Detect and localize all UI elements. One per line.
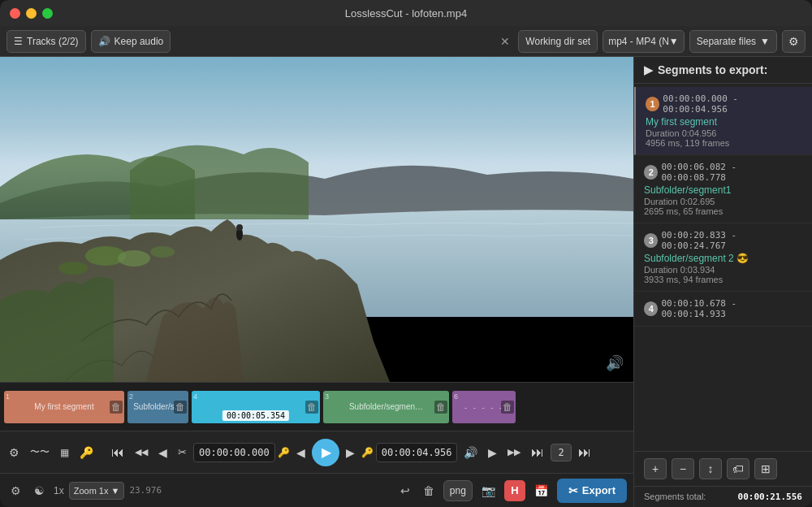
speaker-icon: 🔊	[98, 36, 110, 47]
tag-segment-button[interactable]: 🏷	[727, 458, 749, 479]
format-select[interactable]: mp4 - MP4 (N▼	[603, 30, 685, 53]
settings-button[interactable]: ⚙	[782, 30, 806, 53]
segment-counter: 2	[551, 444, 571, 462]
timeline-segment-1[interactable]: 1 My first segment 🗑	[4, 391, 124, 423]
timeline-wrapper: 1 My first segment 🗑 2 Subfolder/s… 🗑 4 …	[0, 383, 633, 431]
scissors-export-icon: ✂	[568, 484, 578, 497]
segment-name-2: Subfolder/segment1	[644, 184, 802, 196]
timeline-segment-2[interactable]: 2 Subfolder/s… 🗑	[127, 391, 188, 423]
skip-to-start-button[interactable]: ⏮	[107, 442, 128, 463]
delete-segment-4-button[interactable]: 🗑	[305, 401, 318, 414]
timeline-segment-3[interactable]: 3 Subfolder/segmen… 🗑	[323, 391, 449, 423]
zoom-label: Zoom 1x	[74, 486, 109, 496]
segments-list: 1 00:00:00.000 - 00:00:04.956 My first s…	[634, 84, 812, 451]
helium-logo-button[interactable]: H	[504, 480, 525, 501]
delete-segment-1-button[interactable]: 🗑	[110, 401, 123, 414]
seg-number-label-6: 6	[454, 392, 458, 401]
fps-display: 23.976	[129, 485, 162, 496]
delete-segment-2-button[interactable]: 🗑	[174, 401, 187, 414]
segment-item-1[interactable]: 1 00:00:00.000 - 00:00:04.956 My first s…	[634, 87, 812, 155]
delete-segment-3-button[interactable]: 🗑	[434, 401, 447, 414]
export-label: Export	[582, 484, 615, 496]
segments-total-time: 00:00:21.556	[738, 492, 802, 502]
window-title: LosslessCut - lofoten.mp4	[345, 7, 467, 20]
skip-right-button[interactable]: ⏭	[574, 442, 595, 463]
yin-yang-button[interactable]: ☯	[30, 482, 49, 500]
zoom-select[interactable]: Zoom 1x ▼	[69, 482, 125, 500]
seg-number-label-1: 1	[6, 392, 10, 401]
zoom-arrow-icon: ▼	[110, 486, 119, 496]
step-back-button[interactable]: ◀	[154, 443, 171, 462]
play-button[interactable]: ▶	[312, 439, 339, 466]
seek-back-button[interactable]: ◀	[292, 443, 309, 462]
svg-point-2	[58, 262, 88, 275]
maximize-button[interactable]	[42, 8, 53, 19]
hamburger-icon: ☰	[14, 36, 23, 47]
window-controls	[10, 8, 53, 19]
minimize-button[interactable]	[26, 8, 37, 19]
waveform-button[interactable]: 〜〜	[26, 442, 54, 462]
main-content-area: 🔊 🔊 1 My first segment 🗑 2	[0, 57, 812, 507]
timeline-area: 1 My first segment 🗑 2 Subfolder/s… 🗑 4 …	[0, 382, 633, 431]
svg-point-3	[118, 250, 150, 266]
separate-files-label: Separate files	[697, 36, 756, 47]
segment-number-4: 4	[644, 301, 658, 316]
segment-name-1: My first segment	[646, 116, 802, 128]
skip-to-end-button[interactable]: ⏭	[527, 442, 548, 463]
bottom-settings-button[interactable]: ⚙	[6, 482, 25, 500]
prev-keyframe-button[interactable]: ◀◀	[131, 444, 152, 461]
seg-number-label-4: 4	[193, 392, 197, 401]
segment-timecode-2: 00:00:06.082 - 00:00:08.778	[661, 162, 802, 183]
screenshot-button[interactable]: 📷	[477, 482, 499, 500]
segment-number-2: 2	[644, 165, 658, 180]
tracks-button[interactable]: ☰ Tracks (2/2)	[6, 30, 86, 53]
cut-left-button[interactable]: ✂	[174, 443, 191, 462]
delete-segment-6-button[interactable]: 🗑	[501, 401, 514, 414]
segment-number-3: 3	[644, 233, 658, 248]
key-color-button[interactable]: 🔑	[76, 443, 97, 462]
calendar-button[interactable]: 📅	[530, 482, 552, 500]
close-button[interactable]	[10, 8, 20, 19]
segment-frames-2: 2695 ms, 65 frames	[644, 206, 802, 216]
split-segments-button[interactable]: ⊞	[754, 458, 777, 479]
step-forward-button[interactable]: ▶	[484, 443, 501, 462]
segments-toolbar: + − ↕ 🏷 ⊞	[634, 451, 812, 486]
seek-forward-button[interactable]: ▶	[342, 443, 359, 462]
segment-timecode-1: 00:00:00.000 - 00:00:04.956	[663, 93, 802, 115]
remove-segment-button[interactable]: −	[672, 458, 694, 479]
segments-total: Segments total: 00:00:21.556	[634, 486, 812, 507]
add-segment-button[interactable]: +	[644, 458, 667, 479]
next-keyframe-button[interactable]: ▶▶	[503, 444, 525, 461]
delete-button[interactable]: 🗑	[419, 482, 438, 500]
settings-ctrl-button[interactable]: ⚙	[5, 443, 24, 462]
separate-files-select[interactable]: Separate files ▼	[689, 30, 777, 53]
segment-item-2[interactable]: 2 00:00:06.082 - 00:00:08.778 Subfolder/…	[634, 155, 812, 223]
format-badge[interactable]: png	[443, 480, 473, 501]
chevron-right-icon: ▶	[644, 63, 653, 76]
audio-button[interactable]: 🔊 Keep audio	[91, 30, 171, 53]
multiplier-label: 1x	[54, 485, 64, 496]
timeline-segment-4[interactable]: 4 00:00:05.354 🗑	[192, 391, 320, 423]
undo-button[interactable]: ↩	[396, 482, 414, 500]
format-label: mp4 - MP4 (N▼	[608, 36, 679, 47]
play-icon: ▶	[322, 444, 331, 460]
thumbnail-button[interactable]: ▦	[56, 444, 73, 462]
volume-icon: 🔊	[606, 354, 624, 372]
video-section: 🔊 🔊 1 My first segment 🗑 2	[0, 57, 633, 507]
svg-point-6	[236, 224, 243, 231]
segment-item-4[interactable]: 4 00:00:10.678 - 00:00:14.933	[634, 292, 812, 327]
seg-name-3: Subfolder/segmen…	[349, 402, 423, 411]
segment-duration-3: Duration 0:03.934	[644, 265, 802, 275]
segment-item-3[interactable]: 3 00:00:20.833 - 00:00:24.767 Subfolder/…	[634, 223, 812, 292]
close-file-button[interactable]: ✕	[497, 35, 513, 48]
playback-controls: ⚙ 〜〜 ▦ 🔑 ⏮ ◀◀ ◀ ✂ 00:00:00.000 🔑 ◀	[0, 431, 633, 473]
export-button[interactable]: ✂ Export	[557, 479, 627, 503]
volume-button[interactable]: 🔊	[460, 443, 482, 462]
right-panel: ▶ Segments to export: 1 00:00:00.000 - 0…	[633, 57, 812, 507]
timeline-segment-6[interactable]: 6 - - - - - 🗑	[452, 391, 516, 423]
segment-timecode-4: 00:00:10.678 - 00:00:14.933	[661, 298, 802, 319]
reorder-segments-button[interactable]: ↕	[699, 458, 722, 479]
right-timecode-display: 00:00:04.956	[376, 443, 458, 462]
video-frame[interactable]: 🔊 🔊	[0, 57, 633, 382]
seg-number-label-2: 2	[129, 392, 133, 401]
